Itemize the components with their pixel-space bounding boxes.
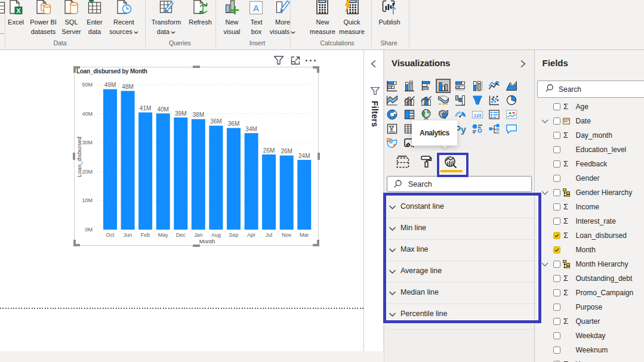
svg-text:36M: 36M [228,120,239,127]
svg-text:36M: 36M [210,118,221,125]
svg-text:Feb: Feb [141,232,150,238]
svg-text:38M: 38M [193,112,204,118]
svg-text:30M: 30M [82,140,93,146]
svg-text:39M: 39M [175,110,186,117]
svg-text:Loan_disbursed: Loan_disbursed [76,137,82,177]
svg-text:34M: 34M [245,126,257,132]
svg-text:Jun: Jun [124,232,133,238]
svg-text:Month: Month [199,238,215,245]
svg-text:Aug: Aug [211,232,221,238]
svg-text:26M: 26M [263,147,275,154]
svg-text:Oct: Oct [106,232,115,238]
svg-text:123: 123 [474,113,482,118]
svg-text:Apr: Apr [247,232,255,238]
svg-text:20M: 20M [82,169,93,175]
svg-text:Jul: Jul [266,232,273,238]
svg-text:50M: 50M [82,82,93,88]
svg-text:48M: 48M [122,83,133,90]
svg-text:Nov: Nov [282,232,292,238]
svg-text:24M: 24M [298,153,310,159]
svg-text:Dec: Dec [176,232,186,238]
svg-text:X: X [16,7,21,14]
svg-text:49M: 49M [104,82,116,88]
svg-text:A: A [253,3,259,13]
svg-text:Jan: Jan [194,232,203,238]
svg-text:Mar: Mar [300,232,309,238]
svg-text:Loan_disbursed by Month: Loan_disbursed by Month [76,68,147,75]
svg-text:May: May [158,232,169,238]
svg-text:41M: 41M [140,105,151,112]
svg-text:26M: 26M [281,148,292,154]
svg-text:0M: 0M [85,227,93,233]
svg-text:Sep: Sep [229,232,238,238]
svg-text:40M: 40M [157,106,168,113]
svg-text:10M: 10M [82,197,93,203]
svg-text:40M: 40M [82,111,93,117]
